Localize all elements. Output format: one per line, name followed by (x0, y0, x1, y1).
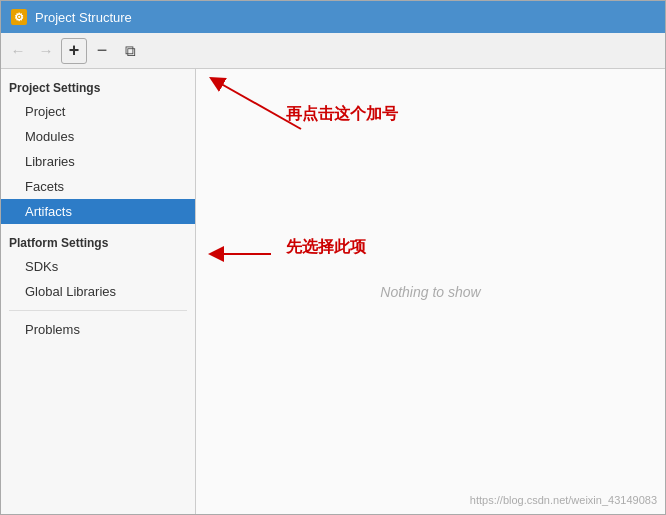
forward-button[interactable]: → (33, 38, 59, 64)
sidebar: Project Settings Project Modules Librari… (1, 69, 196, 514)
project-structure-window: ⚙ Project Structure ← → + − ⧉ Project Se… (0, 0, 666, 515)
sidebar-item-project[interactable]: Project (1, 99, 195, 124)
sidebar-divider (9, 310, 187, 311)
watermark-text: https://blog.csdn.net/weixin_43149083 (470, 494, 657, 506)
sidebar-item-artifacts[interactable]: Artifacts (1, 199, 195, 224)
main-content: Project Settings Project Modules Librari… (1, 69, 665, 514)
toolbar: ← → + − ⧉ (1, 33, 665, 69)
project-settings-heading: Project Settings (1, 75, 195, 99)
sidebar-item-sdks[interactable]: SDKs (1, 254, 195, 279)
sidebar-item-problems[interactable]: Problems (1, 317, 195, 342)
platform-settings-heading: Platform Settings (1, 230, 195, 254)
copy-button[interactable]: ⧉ (117, 38, 143, 64)
sidebar-item-facets[interactable]: Facets (1, 174, 195, 199)
nothing-to-show-label: Nothing to show (196, 69, 665, 514)
add-button[interactable]: + (61, 38, 87, 64)
sidebar-item-libraries[interactable]: Libraries (1, 149, 195, 174)
window-title: Project Structure (35, 10, 132, 25)
remove-button[interactable]: − (89, 38, 115, 64)
right-panel: Nothing to show 再点击这个加号 先 (196, 69, 665, 514)
app-icon: ⚙ (11, 9, 27, 25)
title-bar: ⚙ Project Structure (1, 1, 665, 33)
sidebar-item-modules[interactable]: Modules (1, 124, 195, 149)
back-button[interactable]: ← (5, 38, 31, 64)
sidebar-item-global-libraries[interactable]: Global Libraries (1, 279, 195, 304)
